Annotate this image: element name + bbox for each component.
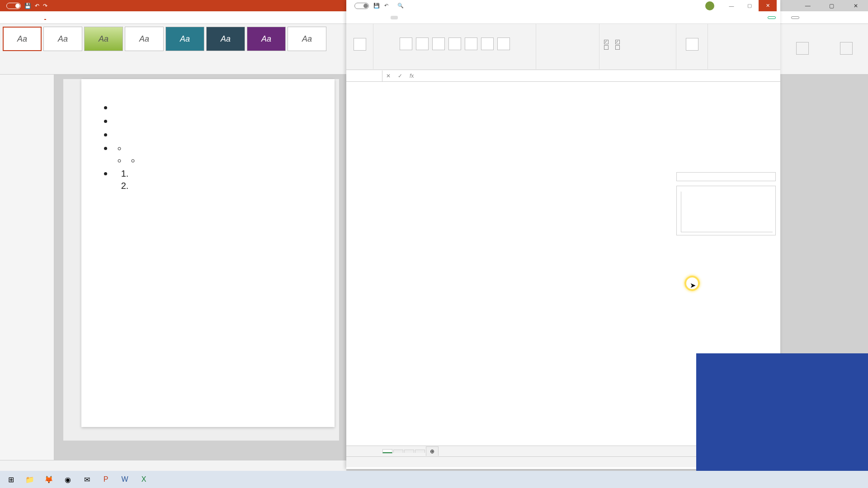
firefox-icon[interactable]: 🦊 [41,473,57,486]
cancel-icon[interactable]: ✕ [382,73,394,79]
tab-daten[interactable] [416,16,418,19]
print-area-button[interactable] [448,38,461,51]
chrome-icon[interactable]: ◉ [60,473,76,486]
tab-hilfe[interactable] [446,16,448,19]
autosave-toggle[interactable] [354,3,369,9]
search-icon[interactable]: 🔍 [397,3,404,9]
sheet-tab[interactable] [404,450,414,453]
slide-editor[interactable] [63,79,339,441]
tab-zeichnen[interactable] [381,16,382,19]
bullet[interactable] [113,168,316,191]
close-icon[interactable]: ✕ [759,0,777,11]
sheet-tab[interactable] [415,450,425,453]
tab-uebergaenge[interactable] [54,16,56,19]
file-explorer-icon[interactable]: 📁 [22,473,38,486]
powerpoint-icon[interactable]: P [98,473,114,486]
tab-animationen[interactable] [64,16,66,19]
tab-zeichnen[interactable] [34,16,36,19]
designer-button[interactable] [840,42,853,56]
maximize-icon[interactable]: ▢ [741,0,759,11]
enter-icon[interactable]: ✓ [394,73,406,79]
format-background-button[interactable] [796,42,809,56]
margins-button[interactable] [400,38,412,51]
powerpoint-status-bar [0,460,346,471]
user-avatar[interactable] [705,1,714,10]
design-theme-4[interactable]: Aa [125,27,164,51]
tab-bildschirm[interactable] [74,16,76,19]
windows-taskbar: ⊞ 📁 🦊 ◉ ✉ P W X [0,471,868,488]
excel-ribbon-tabs [346,11,780,24]
design-theme-8[interactable]: Aa [288,27,326,51]
share-button[interactable] [791,16,799,19]
breaks-button[interactable] [465,38,477,51]
arrange-icon[interactable] [686,38,698,51]
minimize-icon[interactable]: — [796,0,820,11]
design-theme-3[interactable]: Aa [84,27,123,51]
tab-start[interactable] [14,16,16,19]
name-box[interactable] [346,70,382,81]
chart-2-vertical-bar[interactable] [676,186,776,235]
bullet[interactable] [113,142,316,166]
slide[interactable] [81,79,335,427]
autosave-toggle[interactable] [6,3,21,9]
maximize-icon[interactable]: ▢ [820,0,844,11]
outlook-icon[interactable]: ✉ [79,473,95,486]
headings-print-checkbox[interactable] [615,45,621,50]
size-button[interactable] [432,38,445,51]
sheet-tab[interactable] [382,449,392,453]
bullet[interactable] [113,115,316,127]
bullet[interactable] [140,155,316,166]
excel-ribbon [346,24,780,70]
close-icon[interactable]: ✕ [844,0,868,11]
section-tabellen[interactable] [0,78,54,82]
tab-datei[interactable] [351,16,353,19]
bullet[interactable] [113,102,316,113]
tab-ueberpruefen[interactable] [426,16,428,19]
save-icon[interactable]: 💾 [24,3,31,9]
powerpoint-right-ribbon [780,24,868,75]
undo-icon[interactable]: ↶ [35,3,39,9]
add-sheet-button[interactable]: ⊕ [426,446,439,456]
orientation-button[interactable] [416,38,429,51]
tab-einfuegen[interactable] [371,16,373,19]
undo-icon[interactable]: ↶ [384,3,388,9]
excel-icon[interactable]: X [136,473,152,486]
print-titles-button[interactable] [497,38,510,51]
design-theme-6[interactable]: Aa [206,27,245,51]
tab-entwurf[interactable] [44,15,46,20]
background-button[interactable] [481,38,494,51]
gridlines-view-checkbox[interactable] [604,40,610,44]
design-theme-7[interactable]: Aa [247,27,286,51]
bullet[interactable] [131,169,316,179]
fx-icon[interactable]: fx [406,73,417,79]
slide-thumbnail-panel[interactable] [0,75,54,471]
headings-view-checkbox[interactable] [615,40,621,44]
tab-formeln[interactable] [406,16,408,19]
design-theme-5[interactable]: Aa [165,27,204,51]
tab-aufz[interactable] [84,16,86,19]
section-grafiken[interactable] [0,75,54,78]
bullet[interactable] [127,143,316,154]
chart-1-horizontal-bar[interactable] [676,172,776,181]
minimize-icon[interactable]: — [722,0,741,11]
start-button[interactable]: ⊞ [3,473,19,486]
bullet[interactable] [131,181,316,191]
bullet[interactable] [113,129,316,141]
gridlines-print-checkbox[interactable] [604,45,610,50]
tab-ansicht[interactable] [436,16,438,19]
tab-seitenlayout[interactable] [391,16,398,19]
powerpoint-ribbon-tabs [0,11,346,24]
formula-input[interactable] [417,70,780,81]
bullet[interactable] [127,155,316,166]
redo-icon[interactable]: ↷ [43,3,47,9]
tab-einfuegen[interactable] [24,16,26,19]
comments-button[interactable] [768,16,776,19]
tab-start[interactable] [361,16,363,19]
tab-datei[interactable] [5,16,6,19]
themes-icon[interactable] [354,38,366,51]
sheet-tab[interactable] [393,450,403,453]
word-icon[interactable]: W [117,473,133,486]
save-icon[interactable]: 💾 [373,3,380,9]
design-theme-1[interactable]: Aa [3,27,42,51]
design-theme-2[interactable]: Aa [43,27,82,51]
